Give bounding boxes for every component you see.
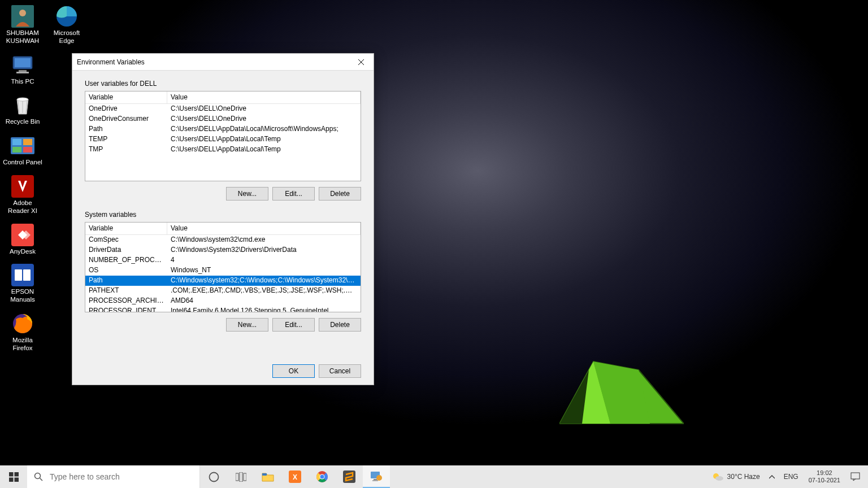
svg-line-28 — [40, 478, 43, 481]
close-button[interactable] — [348, 54, 374, 71]
svg-text:X: X — [293, 473, 297, 481]
desktop-icon-recyclebin[interactable]: Recycle Bin — [2, 91, 43, 128]
ok-button[interactable]: OK — [272, 364, 315, 378]
table-row[interactable]: PATHEXT.COM;.EXE;.BAT;.CMD;.VBS;.VBE;.JS… — [85, 286, 361, 296]
table-row[interactable]: TEMPC:\Users\DELL\AppData\Local\Temp — [85, 134, 361, 145]
table-row[interactable]: PROCESSOR_ARCHITECTU...AMD64 — [85, 296, 361, 306]
weather-icon — [711, 472, 724, 482]
table-row[interactable]: NUMBER_OF_PROCESSORS4 — [85, 255, 361, 265]
computer-icon — [11, 53, 34, 77]
windows-icon — [9, 472, 19, 482]
search-input[interactable] — [50, 472, 193, 481]
tray-language[interactable]: ENG — [779, 465, 803, 488]
taskbar-settings[interactable] — [363, 465, 390, 488]
desktop-icon-user[interactable]: SHUBHAM KUSHWAH — [2, 2, 43, 47]
cortana-button[interactable] — [200, 465, 227, 488]
taskview-icon — [236, 472, 246, 482]
svg-point-11 — [17, 98, 28, 101]
sublime-icon — [343, 470, 355, 483]
svg-rect-13 — [12, 139, 21, 145]
user-edit-button[interactable]: Edit... — [272, 187, 315, 201]
table-row[interactable]: PROCESSOR_IDENTIFIERIntel64 Family 6 Mod… — [85, 306, 361, 312]
svg-rect-33 — [262, 473, 267, 476]
edge-icon — [55, 5, 79, 28]
tray-clock[interactable]: 19:02 07-10-2021 — [803, 469, 846, 484]
svg-rect-30 — [236, 473, 238, 481]
svg-rect-31 — [240, 472, 242, 482]
chevron-up-icon — [769, 475, 775, 479]
taskbar: X 30°C Haze ENG 19:02 07-10-2021 — [0, 465, 868, 488]
user-new-button[interactable]: New... — [226, 187, 268, 201]
user-variables-label: User variables for DELL — [85, 80, 361, 88]
controlpanel-icon — [11, 134, 34, 158]
desktop-icon-thispc[interactable]: This PC — [2, 51, 43, 88]
taskbar-explorer[interactable] — [254, 465, 281, 488]
taskbar-chrome[interactable] — [309, 465, 336, 488]
table-row[interactable]: TMPC:\Users\DELL\AppData\Local\Temp — [85, 145, 361, 155]
dialog-title: Environment Variables — [72, 54, 374, 71]
svg-rect-24 — [14, 472, 19, 477]
user-variables-list[interactable]: Variable Value OneDriveC:\Users\DELL\One… — [85, 91, 361, 181]
svg-rect-49 — [851, 473, 860, 479]
taskbar-xampp[interactable]: X — [281, 465, 309, 488]
svg-rect-20 — [15, 269, 22, 281]
svg-rect-14 — [23, 139, 32, 145]
cancel-button[interactable]: Cancel — [319, 364, 361, 378]
svg-rect-15 — [12, 147, 21, 152]
svg-rect-32 — [244, 473, 246, 481]
col-value[interactable]: Value — [167, 223, 361, 234]
tray-notifications[interactable] — [846, 465, 865, 488]
col-value[interactable]: Value — [167, 91, 361, 103]
tray-chevron[interactable] — [765, 465, 779, 488]
firefox-icon — [11, 312, 34, 336]
desktop-icon-adobe[interactable]: Adobe Reader XI — [2, 172, 43, 217]
desktop: SHUBHAM KUSHWAH Microsoft Edge This PC R… — [0, 0, 868, 488]
tent-image — [559, 350, 684, 429]
svg-rect-23 — [9, 472, 14, 477]
table-row[interactable]: PathC:\Windows\system32;C:\Windows;C:\Wi… — [85, 276, 361, 286]
table-row[interactable]: OneDriveConsumerC:\Users\DELL\OneDrive — [85, 114, 361, 124]
desktop-icon-epson[interactable]: EPSON Manuals — [2, 261, 43, 306]
table-row[interactable]: PathC:\Users\DELL\AppData\Local\Microsof… — [85, 124, 361, 134]
tray-weather[interactable]: 30°C Haze — [707, 465, 765, 488]
taskbar-search[interactable] — [27, 465, 200, 488]
svg-rect-9 — [19, 70, 27, 72]
cortana-icon — [209, 472, 219, 482]
system-settings-icon — [370, 470, 383, 482]
col-variable[interactable]: Variable — [85, 91, 167, 103]
table-row[interactable]: ComSpecC:\Windows\system32\cmd.exe — [85, 235, 361, 245]
svg-point-48 — [715, 476, 723, 481]
col-variable[interactable]: Variable — [85, 223, 167, 234]
svg-point-27 — [35, 473, 41, 479]
user-delete-button[interactable]: Delete — [319, 187, 361, 201]
table-row[interactable]: OSWindows_NT — [85, 265, 361, 276]
svg-rect-25 — [9, 477, 14, 482]
sys-new-button[interactable]: New... — [226, 318, 268, 332]
desktop-icon-edge[interactable]: Microsoft Edge — [46, 2, 87, 47]
desktop-icon-anydesk[interactable]: AnyDesk — [2, 221, 43, 258]
table-row[interactable]: OneDriveC:\Users\DELL\OneDrive — [85, 104, 361, 114]
system-variables-label: System variables — [85, 211, 361, 219]
notification-icon — [850, 472, 860, 481]
table-row[interactable]: DriverDataC:\Windows\System32\Drivers\Dr… — [85, 245, 361, 255]
svg-rect-17 — [11, 175, 34, 198]
adobe-reader-icon — [11, 175, 34, 198]
desktop-icon-controlpanel[interactable]: Control Panel — [2, 132, 43, 169]
svg-rect-45 — [372, 480, 378, 481]
taskview-button[interactable] — [227, 465, 254, 488]
svg-rect-21 — [23, 269, 31, 281]
svg-rect-44 — [374, 479, 377, 480]
system-variables-list[interactable]: Variable Value ComSpecC:\Windows\system3… — [85, 222, 361, 312]
sys-edit-button[interactable]: Edit... — [272, 318, 315, 332]
start-button[interactable] — [0, 465, 27, 488]
epson-manuals-icon — [11, 263, 34, 287]
search-icon — [34, 472, 43, 481]
chrome-icon — [316, 470, 328, 483]
taskbar-sublime[interactable] — [336, 465, 363, 488]
svg-rect-16 — [23, 147, 32, 152]
svg-point-29 — [209, 472, 218, 481]
desktop-icon-firefox[interactable]: Mozilla Firefox — [2, 310, 43, 355]
user-avatar-icon — [11, 5, 34, 28]
environment-variables-dialog: Environment Variables User variables for… — [72, 53, 374, 385]
sys-delete-button[interactable]: Delete — [319, 318, 361, 332]
